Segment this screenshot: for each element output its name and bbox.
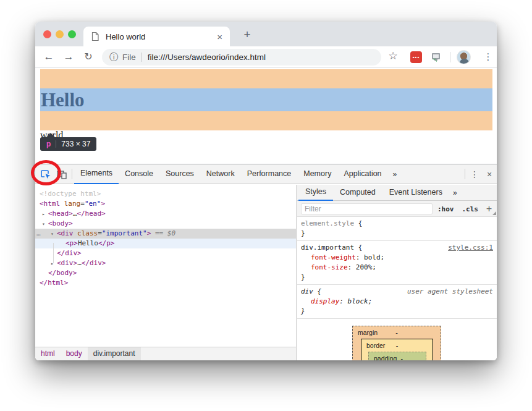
devtools-panel: Elements Console Sources Network Perform… xyxy=(35,164,497,360)
toolbar-divider xyxy=(72,169,72,179)
breadcrumb-div-important[interactable]: div.important xyxy=(88,347,141,360)
dom-row-body-close[interactable]: </body> xyxy=(35,268,296,278)
margin-value[interactable]: - xyxy=(395,329,398,336)
css-property[interactable]: font-weight: bold; xyxy=(301,253,493,263)
profile-avatar[interactable] xyxy=(457,50,471,64)
rule-div-user-agent[interactable]: div { user agent stylesheet display: blo… xyxy=(297,285,497,319)
dom-row-div-important[interactable]: …▾<div class="important"> == $0 xyxy=(35,229,296,239)
more-sidebar-tabs-icon[interactable]: » xyxy=(449,189,461,197)
extension-red-icon[interactable]: ••• xyxy=(410,51,422,63)
devtools-toolbar: Elements Console Sources Network Perform… xyxy=(35,164,497,184)
stylesheet-source-link[interactable]: style.css:1 xyxy=(448,243,493,253)
tab-console[interactable]: Console xyxy=(119,164,159,184)
tab-performance[interactable]: Performance xyxy=(241,164,298,184)
tooltip-arrow-icon xyxy=(46,133,56,138)
resize-corner-icon xyxy=(492,211,496,215)
tab-elements[interactable]: Elements xyxy=(74,164,119,184)
styles-filter-input[interactable] xyxy=(301,203,433,214)
disclosure-open-icon[interactable]: ▾ xyxy=(51,229,54,239)
tab-title: Hello world xyxy=(106,32,217,41)
tab-event-listeners[interactable]: Event Listeners xyxy=(382,185,449,201)
styles-sidebar: Styles Computed Event Listeners » :hov .… xyxy=(297,185,497,360)
breadcrumb-body[interactable]: body xyxy=(61,347,88,360)
rule-element-style[interactable]: element.style { } xyxy=(297,217,497,241)
padding-label: padding xyxy=(374,355,397,360)
devtools-body: <!doctype html> <html lang="en"> ▸<head>… xyxy=(35,185,497,360)
screenshot-canvas: Hello world × + ← → ↻ ⓘ File file:///Use… xyxy=(0,0,532,411)
toolbar-divider xyxy=(465,169,465,179)
minimize-window-button[interactable] xyxy=(56,30,64,38)
dom-breadcrumbs: html body div.important xyxy=(35,347,297,360)
dom-row-p-hello[interactable]: <p>Hello</p> xyxy=(35,239,296,248)
box-model-padding[interactable]: padding- xyxy=(368,352,426,360)
tab-network[interactable]: Network xyxy=(200,164,241,184)
rule-div-important[interactable]: div.important { style.css:1 font-weight:… xyxy=(297,241,497,285)
more-tabs-icon[interactable]: » xyxy=(388,170,402,179)
forward-icon[interactable]: → xyxy=(61,49,76,64)
annotation-red-circle xyxy=(31,160,61,185)
close-window-button[interactable] xyxy=(43,30,51,38)
back-icon[interactable]: ← xyxy=(41,49,56,64)
devtools-close-icon[interactable]: × xyxy=(482,166,497,182)
inspect-content-highlight[interactable]: Hello xyxy=(40,88,492,111)
tab-memory[interactable]: Memory xyxy=(297,164,337,184)
sidebar-tabs: Styles Computed Event Listeners » xyxy=(297,185,497,201)
new-tab-button[interactable]: + xyxy=(239,27,255,43)
extension-screen-icon[interactable] xyxy=(430,51,442,63)
tooltip-separator xyxy=(56,140,56,148)
tab-styles[interactable]: Styles xyxy=(298,185,333,201)
disclosure-closed-icon[interactable]: ▸ xyxy=(42,210,45,219)
border-label: border xyxy=(366,342,385,349)
tab-sources[interactable]: Sources xyxy=(159,164,200,184)
dom-row-div-close[interactable]: </div> xyxy=(35,248,296,258)
address-bar[interactable]: ⓘ File file:///Users/awdeorio/index.html xyxy=(102,49,381,66)
new-style-rule-button[interactable]: + xyxy=(486,203,492,214)
disclosure-open-icon[interactable]: ▾ xyxy=(42,219,45,229)
dom-tree: <!doctype html> <html lang="en"> ▸<head>… xyxy=(35,185,296,288)
zoom-window-button[interactable] xyxy=(68,30,76,38)
toggle-classes-button[interactable]: .cls xyxy=(462,205,478,213)
dom-tree-pane: <!doctype html> <html lang="en"> ▸<head>… xyxy=(35,185,297,360)
url-text[interactable]: file:///Users/awdeorio/index.html xyxy=(148,53,266,62)
tab-computed[interactable]: Computed xyxy=(333,185,382,201)
tab-close-icon[interactable]: × xyxy=(217,32,222,42)
browser-window: Hello world × + ← → ↻ ⓘ File file:///Use… xyxy=(35,22,497,360)
tooltip-tag-name: p xyxy=(46,140,51,148)
url-scheme-label: File xyxy=(122,53,136,62)
padding-value[interactable]: - xyxy=(400,355,403,360)
tab-application[interactable]: Application xyxy=(337,164,387,184)
dom-row-div2[interactable]: ▸<div>…</div> xyxy=(35,258,296,268)
page-heading-text: Hello xyxy=(40,88,492,111)
indent-guide xyxy=(53,243,54,263)
dom-row-html-close[interactable]: </html> xyxy=(35,278,296,288)
dom-row-body-open[interactable]: ▾<body> xyxy=(35,219,296,229)
page-info-icon[interactable]: ⓘ xyxy=(109,52,118,63)
reload-icon[interactable]: ↻ xyxy=(81,49,96,64)
traffic-lights xyxy=(43,30,76,38)
border-value[interactable]: - xyxy=(396,342,399,349)
url-separator xyxy=(141,53,142,62)
margin-label: margin xyxy=(358,329,378,336)
browser-menu-icon[interactable]: ⋮ xyxy=(481,49,495,64)
inspect-margin-highlight-bottom xyxy=(40,111,492,130)
favicon-page-icon xyxy=(91,32,99,41)
breadcrumb-html[interactable]: html xyxy=(35,347,61,360)
devtools-menu-icon[interactable]: ⋮ xyxy=(467,166,482,182)
box-model-margin[interactable]: margin - border - padding- xyxy=(352,326,441,360)
css-property[interactable]: display: block; xyxy=(301,297,493,307)
row-actions-ellipsis[interactable]: … xyxy=(36,229,40,239)
bookmark-star-icon[interactable]: ☆ xyxy=(386,49,400,62)
browser-tab[interactable]: Hello world × xyxy=(83,27,230,46)
browser-toolbar: ← → ↻ ⓘ File file:///Users/awdeorio/inde… xyxy=(35,46,497,68)
tab-strip: Hello world × + xyxy=(35,22,497,46)
dom-row-html-open[interactable]: <html lang="en"> xyxy=(35,199,296,209)
page-viewport: Hello world p 733 × 37 xyxy=(35,68,497,164)
css-property[interactable]: font-size: 200%; xyxy=(301,263,493,273)
inspect-tooltip: p 733 × 37 xyxy=(40,137,96,151)
dom-row-doctype[interactable]: <!doctype html> xyxy=(35,189,296,199)
user-agent-stylesheet-label: user agent stylesheet xyxy=(407,287,493,297)
dom-row-head[interactable]: ▸<head>…</head> xyxy=(35,209,296,219)
toggle-hover-state-button[interactable]: :hov xyxy=(437,205,454,213)
box-model-border[interactable]: border - padding- xyxy=(361,339,433,360)
toolbar-separator xyxy=(450,52,450,62)
